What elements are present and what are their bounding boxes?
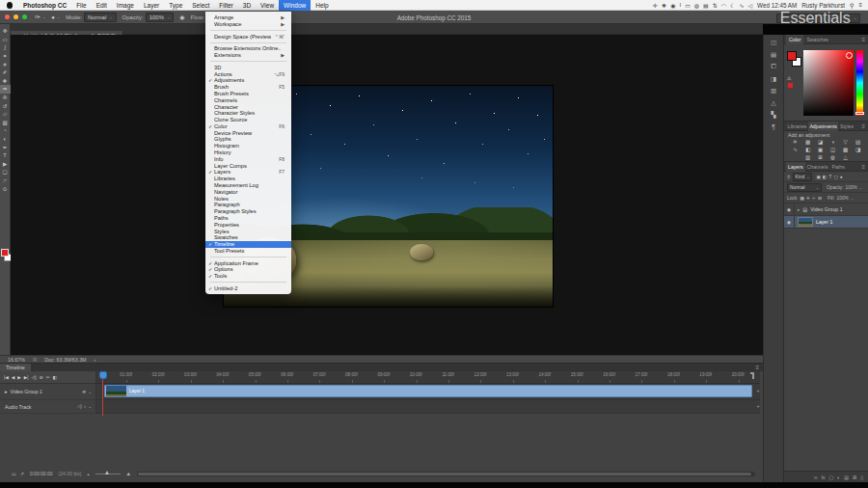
tool-button[interactable]: ✑ (0, 85, 11, 94)
tool-button[interactable]: ▢ (0, 168, 11, 176)
transport-button[interactable]: ✂ (46, 375, 50, 380)
layers-footer-icon[interactable]: ▢ (829, 474, 834, 480)
window-menu-item[interactable] (210, 257, 286, 258)
video-track-header[interactable]: ▸ Video Group 1 ⊞⌄ (0, 384, 96, 400)
zoom-out-icon[interactable]: ▴ (87, 472, 89, 476)
tool-button[interactable]: ✒ (0, 143, 11, 151)
status-icon[interactable]: ❖ (662, 2, 666, 9)
adjustment-icon[interactable]: ▦ (801, 139, 814, 147)
layer-name[interactable]: Layer 1 (816, 219, 832, 225)
status-icon[interactable]: Ι (679, 2, 681, 9)
filter-type-icon[interactable]: ▣ (816, 175, 821, 179)
zoom-window-button[interactable] (22, 14, 27, 19)
layer-opacity-value[interactable]: 100% (846, 185, 857, 190)
track-option-icon[interactable]: ⌄ (88, 390, 92, 394)
window-menu-item[interactable]: Measurement Log (205, 182, 291, 189)
window-menu-item[interactable] (210, 42, 286, 43)
panel-menu-icon[interactable]: ≡ (861, 37, 868, 42)
window-menu-item[interactable]: Channels (205, 96, 291, 103)
status-expand-arrow[interactable]: › (95, 357, 96, 363)
saturation-brightness-field[interactable] (803, 50, 854, 116)
status-icon[interactable]: ∿ (739, 2, 744, 9)
status-icon[interactable]: ◍ (694, 2, 699, 9)
filter-type-icon[interactable]: ▢ (834, 175, 839, 179)
window-menu-item[interactable]: Paths (205, 215, 291, 222)
track-option-icon[interactable]: ◁) (77, 404, 82, 409)
tool-button[interactable]: ▱ (0, 110, 11, 119)
zoom-in-icon[interactable]: ▲ (126, 471, 131, 476)
tool-button[interactable]: ☞ (0, 176, 11, 185)
layers-footer-icon[interactable]: ⊞ (853, 474, 856, 480)
window-menu-item[interactable]: Info F8 (205, 155, 291, 162)
window-menu-item[interactable]: Clone Source (205, 117, 291, 123)
window-menu-item[interactable]: ✓ Tools (205, 273, 291, 280)
gamut-warning-icon[interactable]: ⚠ (787, 75, 791, 81)
blend-mode-select[interactable]: Normal ⌄ (84, 13, 117, 22)
window-menu-item[interactable]: ✓ Untitled-2 (205, 285, 291, 291)
layer-filter-kind-select[interactable]: Kind ⌄ (793, 173, 813, 181)
timeline-ruler[interactable]: 01:00f02:00f03:00f04:00f05:00f06:00f07:0… (96, 371, 760, 384)
timeline-scrollbar[interactable] (137, 472, 755, 476)
brush-preset-picker[interactable]: ● ⌄ (51, 14, 60, 20)
menu-bar-item[interactable]: Window (279, 0, 311, 11)
panel-menu-icon[interactable]: ≡ (861, 164, 868, 170)
panel-tab[interactable]: Swatches (803, 35, 831, 44)
add-media-button[interactable]: + (753, 388, 763, 393)
adjustment-icon[interactable]: ◧ (801, 147, 814, 154)
layer-blend-mode-select[interactable]: Normal ⌄ (787, 183, 822, 192)
window-menu-item[interactable]: ✓ Layers F7 (205, 169, 291, 176)
work-area-end-marker[interactable] (750, 372, 754, 379)
track-option-icon[interactable]: ♪ (84, 404, 86, 409)
adjustment-icon[interactable]: ◨ (852, 147, 864, 154)
window-menu-item[interactable]: Notes (205, 195, 291, 202)
panel-tab[interactable]: Adjustments (808, 122, 839, 131)
menu-bar-item[interactable]: Filter (214, 0, 237, 11)
timeline-shortcut-icon[interactable]: ▭ (12, 471, 16, 476)
status-icon[interactable]: ✛ (653, 2, 658, 9)
track-option-icon[interactable]: ⊞ (82, 390, 86, 394)
tool-button[interactable]: ▨ (0, 119, 11, 127)
layer-row-layer1[interactable]: ◉ Layer 1 (784, 216, 868, 229)
layer-thumbnail[interactable] (798, 217, 813, 227)
transport-button[interactable]: ◧ (53, 375, 57, 380)
panel-menu-icon[interactable]: ≡ (861, 123, 868, 129)
menu-bar-item[interactable]: View (256, 0, 279, 11)
window-menu-item[interactable]: ✓ Adjustments (205, 77, 291, 84)
adjustment-icon[interactable]: ▤ (852, 139, 864, 147)
apple-menu-icon[interactable] (7, 2, 13, 9)
gamut-warning-swatch[interactable] (788, 83, 793, 88)
adjustment-icon[interactable]: ▩ (839, 147, 852, 154)
status-icon[interactable]: ☾ (730, 2, 735, 9)
workspace-switcher[interactable]: Essentials ⌄ (776, 14, 860, 23)
tool-button[interactable]: ✇ (0, 94, 11, 102)
tool-button[interactable]: ʃ (0, 43, 11, 52)
window-menu-item[interactable]: ✓ Color F6 (205, 123, 291, 130)
window-menu-item[interactable] (210, 30, 286, 31)
tool-button[interactable]: ✜ (0, 27, 11, 36)
window-menu-item[interactable]: ✓ Application Frame (205, 259, 291, 266)
window-menu-item[interactable] (210, 61, 286, 62)
window-menu-item[interactable]: Design Space (Preview) ⌃⌘' (205, 33, 291, 40)
window-menu-item[interactable]: Actions ⌥F9 (205, 70, 291, 77)
window-menu-item[interactable]: Histogram (205, 143, 291, 149)
menu-bar-item[interactable]: Edit (92, 0, 112, 11)
window-menu-item[interactable]: History (205, 149, 291, 156)
timeline-shortcut-icon[interactable]: ↗ (20, 471, 24, 476)
window-menu-item[interactable]: Arrange ▶ (205, 14, 291, 21)
panel-tab[interactable]: Styles (838, 122, 854, 131)
dock-panel-icon[interactable]: ▤ (771, 51, 776, 59)
status-icon[interactable]: ◉ (670, 2, 675, 9)
window-menu-item[interactable]: Browse Extensions Online... (205, 45, 291, 52)
panel-tab[interactable]: Paths (830, 162, 847, 172)
window-menu-item[interactable]: Brush F5 (205, 84, 291, 91)
current-timecode[interactable]: 0:00:00:00 (30, 471, 53, 476)
layers-footer-icon[interactable]: fx (822, 474, 826, 480)
foreground-color-swatch[interactable] (1, 249, 9, 257)
adjustment-icon[interactable]: ▣ (814, 147, 827, 154)
window-menu-item[interactable]: Device Preview (205, 129, 291, 136)
panel-tab[interactable]: Color (786, 35, 803, 44)
tool-button[interactable]: # (0, 60, 11, 68)
disclosure-arrow-icon[interactable]: ▸ (798, 207, 800, 212)
window-menu-item[interactable]: Styles (205, 228, 291, 234)
tool-button[interactable]: ◐ (0, 135, 11, 144)
